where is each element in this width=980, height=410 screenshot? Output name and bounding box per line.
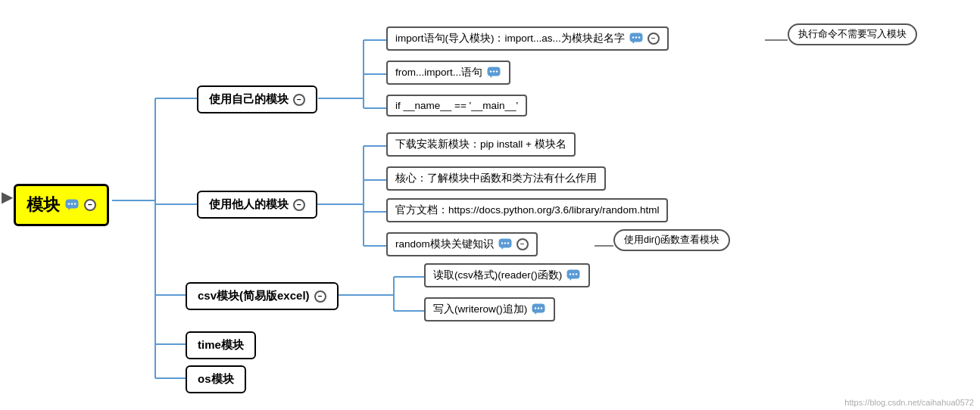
leaf-l8-label: 读取(csv格式)(reader()函数) [433,269,562,282]
svg-point-28 [632,36,634,38]
leaf-l1-chat [629,32,644,45]
svg-point-47 [576,273,577,275]
svg-point-24 [71,203,73,204]
svg-point-45 [570,273,571,275]
leaf-l7-collapse[interactable]: − [517,238,529,250]
leaf-l4: 下载安装新模块：pip install + 模块名 [386,132,576,157]
leaf-l8-chat [566,269,581,282]
leaf-l9: 写入(writerow()追加) [424,297,555,321]
leaf-l7-chat [498,238,513,251]
svg-marker-38 [490,76,492,78]
mind-map: ▶ 模块 − 使用自己的模块 − 使用他人的模块 − csv模块(简易版exce… [0,0,980,410]
branch-node-b1: 使用自己的模块 − [197,85,317,113]
svg-marker-31 [632,42,635,44]
svg-marker-53 [535,312,537,315]
leaf-l5-label: 核心：了解模块中函数和类方法有什么作用 [395,172,597,185]
root-chat-icon [64,198,80,212]
branch-b1-collapse[interactable]: − [293,94,305,106]
branch-b2-label: 使用他人的模块 [209,197,289,212]
svg-point-35 [490,70,492,72]
svg-point-36 [493,70,495,72]
root-arrow: ▶ [2,188,13,206]
root-node: 模块 − [14,184,109,226]
pill-l1-label: 执行命令不需要写入模块 [798,29,907,39]
svg-point-40 [501,242,503,244]
pill-l1: 执行命令不需要写入模块 [788,23,917,45]
branch-node-b5: os模块 [186,365,246,393]
pill-l7: 使用dir()函数查看模块 [613,229,730,251]
leaf-l3: if __name__ == '__main__' [386,95,527,116]
branch-b5-label: os模块 [198,372,234,387]
leaf-l4-label: 下载安装新模块：pip install + 模块名 [395,138,566,151]
leaf-l6: 官方文档：https://docs.python.org/3.6/library… [386,198,668,222]
svg-point-41 [504,242,506,244]
leaf-l1-label: import语句(导入模块)：import...as...为模块起名字 [395,32,625,45]
svg-point-37 [496,70,498,72]
svg-point-29 [635,36,637,38]
svg-marker-43 [501,247,504,250]
leaf-l7-label: random模块关键知识 [395,238,494,251]
leaf-l3-label: if __name__ == '__main__' [395,100,518,111]
leaf-l7: random模块关键知识 − [386,232,538,256]
svg-point-25 [74,203,76,204]
root-label: 模块 [27,194,60,216]
branch-node-b2: 使用他人的模块 − [197,191,317,219]
leaf-l5: 核心：了解模块中函数和类方法有什么作用 [386,166,606,191]
leaf-l9-chat [531,303,546,316]
leaf-l1-collapse[interactable]: − [648,33,660,45]
svg-point-46 [573,273,574,275]
branch-b3-label: csv模块(简易版excel) [198,289,310,303]
leaf-l9-label: 写入(writerow()追加) [433,303,527,316]
watermark: https://blog.csdn.net/caihahua0572 [844,398,974,407]
branch-b3-collapse[interactable]: − [314,290,326,303]
leaf-l2: from...import...语句 [386,61,510,85]
pill-l7-label: 使用dir()函数查看模块 [624,235,719,245]
svg-marker-26 [68,208,70,210]
branch-b4-label: time模块 [198,338,244,353]
svg-point-52 [541,307,542,309]
branch-node-b3: csv模块(简易版excel) − [186,282,339,310]
svg-point-30 [638,36,640,38]
leaf-l8: 读取(csv格式)(reader()函数) [424,263,590,287]
svg-marker-48 [570,278,572,281]
svg-point-23 [68,203,70,204]
leaf-l1: import语句(导入模块)：import...as...为模块起名字 − [386,26,669,51]
branch-node-b4: time模块 [186,331,256,359]
branch-b1-label: 使用自己的模块 [209,92,289,107]
svg-point-42 [507,242,509,244]
svg-point-50 [535,307,536,309]
root-collapse[interactable]: − [84,199,96,211]
branch-b2-collapse[interactable]: − [293,199,305,211]
svg-point-51 [538,307,539,309]
leaf-l2-chat [486,66,501,79]
leaf-l2-label: from...import...语句 [395,66,482,79]
leaf-l6-label: 官方文档：https://docs.python.org/3.6/library… [395,203,659,217]
